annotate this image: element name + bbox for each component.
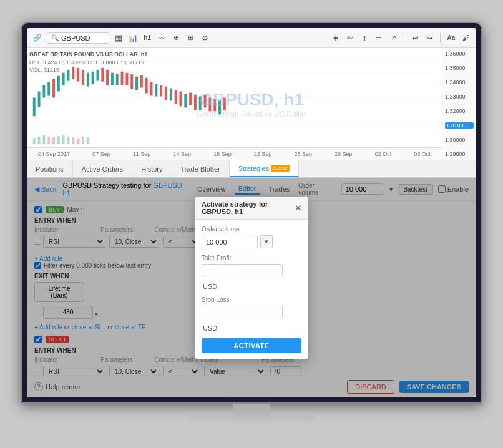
tab-active-orders[interactable]: Active Orders bbox=[73, 160, 133, 177]
price-3: 1.34000 bbox=[445, 79, 474, 85]
link-icon[interactable]: 🔗 bbox=[32, 32, 43, 44]
plus-icon[interactable]: + bbox=[330, 32, 341, 44]
arrow-icon[interactable]: ↗ bbox=[388, 32, 399, 44]
modal-activate-button[interactable]: ACTIVATE bbox=[202, 338, 301, 353]
line-chart-icon[interactable]: 〰 bbox=[156, 32, 167, 44]
font-icon[interactable]: Aa bbox=[446, 32, 457, 44]
modal-take-profit-label: Take Profit bbox=[202, 255, 301, 261]
modal-header: Activate strategy for GBPUSD, h1 ✕ bbox=[195, 197, 308, 220]
svg-rect-50 bbox=[47, 137, 50, 144]
svg-rect-10 bbox=[47, 82, 50, 96]
svg-rect-18 bbox=[87, 73, 89, 87]
brush-icon[interactable]: 🖌 bbox=[460, 32, 471, 44]
svg-rect-38 bbox=[184, 94, 187, 108]
pencil-icon[interactable]: ✏ bbox=[344, 32, 356, 44]
price-6: 1.31000 bbox=[445, 122, 474, 129]
monitor-base bbox=[189, 416, 314, 426]
tab-trade-blotter-label: Trade Blotter bbox=[181, 165, 220, 173]
svg-rect-46 bbox=[223, 98, 226, 110]
tab-positions[interactable]: Positions bbox=[27, 160, 73, 177]
svg-rect-28 bbox=[135, 77, 138, 90]
settings-icon[interactable]: ⚙ bbox=[199, 32, 210, 44]
timeframe-btn[interactable]: h1 bbox=[142, 32, 153, 44]
tab-history-label: History bbox=[141, 165, 162, 173]
svg-rect-52 bbox=[57, 136, 60, 144]
svg-rect-51 bbox=[52, 137, 55, 144]
modal-body: Order volume ▾ Take Profit USD Stop Loss bbox=[195, 220, 308, 359]
svg-rect-11 bbox=[52, 79, 55, 98]
modal-stop-loss-label: Stop Loss bbox=[202, 296, 301, 303]
toolbar-separator-2 bbox=[440, 33, 441, 43]
monitor-neck bbox=[233, 404, 270, 416]
tab-strategies[interactable]: Strategies builder bbox=[230, 160, 300, 177]
date-5: 18 Sep bbox=[213, 151, 232, 157]
modal-stop-loss-input[interactable] bbox=[202, 306, 283, 318]
tab-strategies-label: Strategies bbox=[238, 165, 270, 172]
layout-icon[interactable]: ⊞ bbox=[185, 32, 196, 44]
tab-positions-label: Positions bbox=[36, 165, 64, 173]
svg-rect-37 bbox=[179, 92, 182, 107]
svg-rect-31 bbox=[150, 82, 153, 96]
svg-rect-26 bbox=[125, 73, 128, 85]
bar-chart-icon[interactable]: ▦ bbox=[113, 32, 124, 44]
text-tool-icon[interactable]: T bbox=[359, 32, 370, 44]
svg-rect-55 bbox=[72, 137, 74, 144]
screen-inner: 🔗 🔍 GBPUSD ▦ 📊 h1 〰 ⊕ ⊞ ⚙ + ✏ T bbox=[27, 28, 476, 397]
price-7: 1.30000 bbox=[445, 137, 474, 143]
date-8: 29 Sep bbox=[335, 151, 353, 157]
date-9: 02 Oct bbox=[375, 151, 392, 157]
chart-info-bar: GREAT BRITAIN POUND VS US DOLLAR, h1 O: … bbox=[29, 51, 147, 74]
chart-info-line3: VOL: 31219 bbox=[29, 66, 147, 74]
toolbar-separator bbox=[404, 33, 404, 43]
monitor-wrapper: 🔗 🔍 GBPUSD ▦ 📊 h1 〰 ⊕ ⊞ ⚙ + ✏ T bbox=[14, 22, 489, 426]
tab-trade-blotter[interactable]: Trade Blotter bbox=[172, 160, 230, 177]
modal-take-profit-input[interactable] bbox=[202, 264, 283, 276]
modal-dropdown-button[interactable]: ▾ bbox=[260, 235, 273, 248]
search-icon: 🔍 bbox=[51, 34, 59, 41]
candle-icon[interactable]: 📊 bbox=[127, 32, 139, 44]
search-bar[interactable]: 🔍 GBPUSD bbox=[47, 32, 109, 44]
date-2: 07 Sep bbox=[92, 151, 110, 157]
search-value: GBPUSD bbox=[61, 34, 90, 42]
svg-rect-39 bbox=[189, 93, 192, 105]
svg-rect-35 bbox=[170, 89, 172, 101]
svg-rect-54 bbox=[67, 137, 70, 144]
monitor-screen: 🔗 🔍 GBPUSD ▦ 📊 h1 〰 ⊕ ⊞ ⚙ + ✏ T bbox=[21, 22, 482, 404]
svg-rect-8 bbox=[38, 92, 41, 107]
svg-rect-44 bbox=[213, 99, 216, 111]
modal-close-button[interactable]: ✕ bbox=[295, 204, 301, 212]
undo-icon[interactable]: ↩ bbox=[409, 32, 421, 44]
date-4: 14 Sep bbox=[173, 151, 191, 157]
modal-order-vol-label: Order volume bbox=[202, 226, 301, 233]
compare-icon[interactable]: ⊕ bbox=[170, 32, 182, 44]
chart-type-icons: ▦ 📊 h1 〰 ⊕ ⊞ ⚙ bbox=[113, 32, 210, 44]
svg-rect-30 bbox=[145, 78, 148, 94]
price-8: 1.29000 bbox=[445, 151, 474, 157]
price-2: 1.35000 bbox=[445, 65, 474, 71]
tab-history[interactable]: History bbox=[132, 160, 172, 177]
svg-rect-43 bbox=[208, 98, 211, 112]
chart-price-axis: 1.36000 1.35000 1.34000 1.33000 1.32000 … bbox=[442, 48, 476, 160]
svg-rect-45 bbox=[218, 100, 221, 114]
price-5: 1.32000 bbox=[445, 108, 474, 114]
modal-take-profit-row bbox=[202, 264, 301, 276]
svg-rect-48 bbox=[38, 137, 41, 144]
svg-rect-53 bbox=[62, 135, 65, 144]
modal-overlay: Activate strategy for GBPUSD, h1 ✕ Order… bbox=[27, 178, 476, 397]
svg-rect-32 bbox=[155, 84, 157, 97]
svg-rect-56 bbox=[77, 138, 79, 144]
modal-order-vol-input[interactable] bbox=[202, 236, 258, 248]
svg-rect-41 bbox=[199, 97, 202, 110]
date-3: 11 Sep bbox=[133, 151, 151, 157]
svg-rect-12 bbox=[57, 76, 60, 92]
svg-rect-36 bbox=[175, 90, 177, 104]
svg-rect-13 bbox=[62, 73, 65, 85]
horizontal-line-icon[interactable]: ═ bbox=[373, 32, 384, 44]
toolbar-right: + ✏ T ═ ↗ ↩ ↪ Aa 🖌 bbox=[330, 32, 471, 44]
redo-icon[interactable]: ↪ bbox=[424, 32, 435, 44]
top-toolbar: 🔗 🔍 GBPUSD ▦ 📊 h1 〰 ⊕ ⊞ ⚙ + ✏ T bbox=[27, 28, 476, 48]
chart-info-line2: O: 1.30424 H: 1.30924 C: 1.30800 C: 1.31… bbox=[29, 59, 147, 67]
svg-rect-24 bbox=[116, 74, 119, 85]
price-4: 1.33000 bbox=[445, 94, 474, 100]
price-1: 1.36000 bbox=[445, 51, 474, 57]
